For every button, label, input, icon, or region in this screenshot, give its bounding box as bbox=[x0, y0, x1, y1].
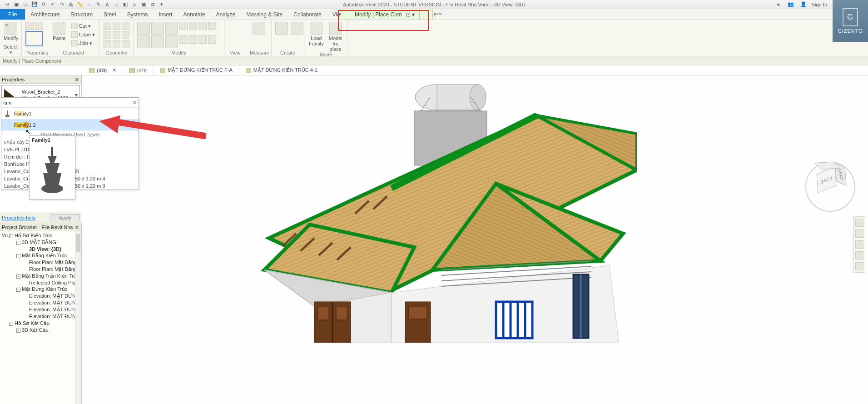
text-icon[interactable]: A bbox=[103, 1, 111, 8]
section-icon[interactable]: ◧ bbox=[121, 1, 129, 8]
pin-icon[interactable] bbox=[179, 35, 188, 44]
view-tab-elev-41[interactable]: MẶT ĐỨNG KIẾN TRÚC 4-1 bbox=[239, 65, 324, 75]
default3d-icon[interactable]: ⌂ bbox=[112, 1, 120, 8]
properties-help-link[interactable]: Properties help bbox=[2, 215, 35, 220]
keyword-icon[interactable]: ◂ bbox=[774, 1, 782, 8]
viewcube-cube[interactable]: BACK LEFT bbox=[816, 169, 844, 197]
tree-node[interactable]: Floor Plan: Mặt Bằng bbox=[0, 266, 81, 273]
tree-node[interactable]: Reflected Ceiling Plan bbox=[0, 279, 81, 286]
viewcube[interactable]: BACK LEFT bbox=[805, 162, 855, 212]
view-tab-3d-2[interactable]: {3D} bbox=[123, 65, 154, 75]
properties-palette-button[interactable] bbox=[25, 31, 43, 46]
create-btn2[interactable] bbox=[291, 22, 303, 35]
thin-lines-icon[interactable]: ≡ bbox=[130, 1, 139, 8]
geom-icon-1[interactable] bbox=[104, 22, 111, 30]
view-tab-elev-fa[interactable]: MẶT ĐỨNG KIẾN TRÚC F-A bbox=[154, 65, 239, 75]
geom-icon-3[interactable] bbox=[122, 22, 129, 30]
tree-node[interactable]: -Hồ Sơ Kết Cấu bbox=[0, 320, 81, 327]
undo-icon[interactable]: ↶ bbox=[49, 1, 57, 8]
tree-node[interactable]: 3D View: {3D} bbox=[0, 246, 81, 252]
modify-tool[interactable]: ↖Modify bbox=[4, 22, 18, 41]
load-family-button[interactable]: Load Family bbox=[308, 22, 325, 46]
create-btn1[interactable] bbox=[275, 22, 288, 35]
scale-icon[interactable] bbox=[208, 22, 216, 30]
drawing-area[interactable]: BACK LEFT bbox=[83, 75, 868, 404]
panel-measure-label[interactable]: Measure bbox=[250, 50, 268, 56]
apply-button[interactable]: Apply bbox=[50, 214, 80, 221]
panel-properties-label[interactable]: Properties bbox=[25, 50, 43, 56]
mirror-icon[interactable] bbox=[165, 22, 178, 35]
tab-analyze[interactable]: Analyze bbox=[211, 9, 241, 20]
tree-node[interactable]: -Mặt Bằng Trần Kiến Trúc bbox=[0, 273, 81, 279]
tree-scrollbar[interactable] bbox=[75, 231, 81, 404]
delete-icon[interactable] bbox=[198, 35, 207, 44]
revit-icon[interactable]: R bbox=[3, 1, 11, 8]
view-tab-3d-active[interactable]: {3D}✕ bbox=[83, 65, 123, 75]
geom-icon-6[interactable] bbox=[122, 31, 129, 39]
pan-icon[interactable] bbox=[855, 240, 863, 249]
props-icon-2[interactable] bbox=[35, 22, 43, 30]
clear-search-icon[interactable]: ✕ bbox=[132, 100, 137, 106]
align-icon[interactable] bbox=[137, 22, 150, 35]
geom-icon-9[interactable] bbox=[122, 40, 129, 48]
panel-create-label[interactable]: Create bbox=[275, 50, 300, 56]
panel-select-label[interactable]: Select ▾ bbox=[4, 44, 18, 56]
redo-icon[interactable]: ↷ bbox=[58, 1, 66, 8]
close-properties-icon[interactable]: ✕ bbox=[74, 76, 79, 84]
panel-mode-label[interactable]: Mode bbox=[308, 52, 344, 58]
offset-icon[interactable] bbox=[151, 22, 164, 35]
tab-structure[interactable]: Structure bbox=[65, 9, 98, 20]
sync-icon[interactable]: ⟳ bbox=[40, 1, 48, 8]
geom-icon-5[interactable] bbox=[113, 31, 120, 39]
signin-link[interactable]: Sign In bbox=[812, 2, 827, 7]
tab-insert[interactable]: Insert bbox=[153, 9, 178, 20]
props-icon-1[interactable] bbox=[25, 22, 34, 30]
tree-node[interactable]: Elevation: MẶT ĐỨNG bbox=[0, 313, 81, 320]
tree-node[interactable]: Elevation: MẶT ĐỨNG bbox=[0, 306, 81, 313]
tree-node[interactable]: -3D Kết Cấu bbox=[0, 327, 81, 334]
open-icon[interactable]: ▣ bbox=[12, 1, 20, 8]
tree-node[interactable]: -Mặt Đứng Kiến Trúc bbox=[0, 286, 81, 293]
tab-architecture[interactable]: Architecture bbox=[25, 9, 65, 20]
geom-icon-8[interactable] bbox=[113, 40, 120, 48]
close-hidden-icon[interactable]: ▦ bbox=[139, 1, 148, 8]
tree-node[interactable]: Elevation: MẶT ĐỨNG bbox=[0, 293, 81, 299]
measure-icon[interactable]: 📏 bbox=[76, 1, 84, 8]
tree-node[interactable]: -Mặt Bằng Kiến Trúc bbox=[0, 252, 81, 259]
save-icon[interactable]: 💾 bbox=[30, 1, 39, 8]
tab-file[interactable]: File bbox=[0, 9, 25, 20]
signin-icon[interactable]: 👤 bbox=[799, 1, 808, 8]
viewcube-back[interactable]: BACK bbox=[817, 166, 837, 193]
copy2-icon[interactable] bbox=[151, 35, 164, 48]
new-icon[interactable]: ▭ bbox=[21, 1, 30, 8]
tree-node[interactable]: -Hồ Sơ Kiến Trúc bbox=[0, 232, 81, 239]
mod-icon-x[interactable] bbox=[208, 35, 216, 44]
unpin-icon[interactable] bbox=[189, 35, 197, 44]
trim-icon[interactable] bbox=[179, 22, 188, 30]
tab-context-extra[interactable]: ⊡ ▾ bbox=[402, 9, 420, 20]
close-browser-icon[interactable]: ✕ bbox=[74, 224, 79, 232]
panel-clipboard-label[interactable]: Clipboard bbox=[51, 50, 96, 56]
array-icon[interactable] bbox=[198, 22, 207, 30]
user-icon[interactable]: 👥 bbox=[787, 1, 795, 8]
panel-view-label[interactable]: View bbox=[228, 50, 242, 56]
split-icon[interactable] bbox=[189, 22, 197, 30]
tree-node[interactable]: Floor Plan: Mặt Bằng bbox=[0, 259, 81, 266]
tree-node[interactable]: Elevation: MẶT ĐỨNG bbox=[0, 299, 81, 306]
tab-collaborate[interactable]: Collaborate bbox=[288, 9, 327, 20]
tab-systems[interactable]: Systems bbox=[121, 9, 153, 20]
tab-steel[interactable]: Steel bbox=[98, 9, 121, 20]
model-inplace-button[interactable]: Model In-place bbox=[327, 22, 344, 52]
geom-icon-7[interactable] bbox=[104, 40, 111, 48]
panel-modify-label[interactable]: Modify bbox=[137, 50, 220, 56]
dd-chevron-icon[interactable]: ▾ bbox=[158, 1, 166, 8]
scrollbar-thumb[interactable] bbox=[76, 234, 80, 252]
close-tab-icon[interactable]: ✕ bbox=[112, 67, 116, 73]
print-icon[interactable]: 🖶 bbox=[67, 1, 75, 8]
fullnav-icon[interactable] bbox=[855, 219, 863, 227]
tag-icon[interactable]: ✎ bbox=[94, 1, 102, 8]
geom-icon-2[interactable] bbox=[113, 22, 120, 30]
orbit-icon[interactable] bbox=[855, 251, 863, 259]
copy-button[interactable]: Cope▾ bbox=[70, 30, 96, 39]
geom-icon-4[interactable] bbox=[104, 31, 111, 39]
